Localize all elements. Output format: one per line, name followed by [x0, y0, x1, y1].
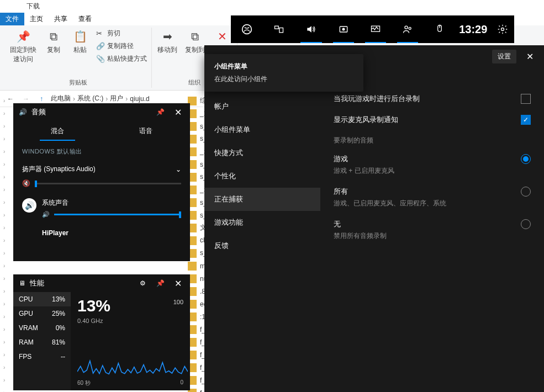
settings-content: 当我玩游戏时进行后台录制 显示麦克风录制通知 ✓ 要录制的音频 游戏游戏 + 已… — [320, 45, 544, 392]
system-sound-label: 系统声音 — [42, 198, 181, 208]
audio-record-option[interactable]: 游戏游戏 + 已启用麦克风 — [334, 154, 531, 176]
perf-ymax: 100 — [173, 299, 183, 305]
gamebar-social-button[interactable] — [392, 15, 424, 43]
tooltip-body: 在此处访问小组件 — [214, 75, 353, 84]
perf-row[interactable]: FPS-- — [13, 349, 71, 364]
opt-mic-notify-checkbox[interactable]: ✓ — [521, 115, 531, 125]
gamebar-clock: 13:29 — [456, 23, 490, 36]
ribbon-group-organize: 组织 — [188, 77, 200, 88]
opt-mic-notify-label: 显示麦克风录制通知 — [334, 115, 398, 125]
explorer-title: 下载 — [22, 0, 44, 13]
ribbon-pin-button[interactable]: 📌固定到快 速访问 — [8, 28, 39, 65]
perf-close-button[interactable]: ✕ — [171, 277, 184, 290]
opt-bg-record-label: 当我玩游戏时进行后台录制 — [334, 94, 420, 104]
ribbon-tab-view[interactable]: 查看 — [73, 13, 97, 25]
audio-close-button[interactable]: ✕ — [171, 105, 184, 119]
audio-widget-title: 音频 — [31, 107, 149, 117]
gamebar-settings-panel: 设置 ✕ 帐户小组件菜单快捷方式个性化正在捕获游戏功能反馈 当我玩游戏时进行后台… — [204, 45, 544, 392]
audio-record-option[interactable]: 无禁用所有音频录制 — [334, 219, 531, 241]
chevron-down-icon: ⌄ — [176, 166, 181, 173]
mute-icon[interactable]: 🔇 — [22, 179, 30, 187]
system-sound-icon: 🔊 — [22, 198, 36, 213]
audio-section-label: 要录制的音频 — [334, 136, 531, 145]
gamebar-capture-button[interactable] — [328, 15, 360, 43]
ribbon-tab-home[interactable]: 主页 — [24, 13, 49, 25]
svg-point-4 — [342, 28, 345, 31]
ribbon-group-clipboard: 剪贴板 — [69, 77, 87, 88]
settings-nav-item[interactable]: 快捷方式 — [204, 141, 320, 165]
widgets-tooltip: 小组件菜单 在此处访问小组件 — [204, 54, 363, 92]
ribbon-moveto-button[interactable]: ➡移动到 — [155, 28, 179, 56]
audio-device-select[interactable]: 扬声器 (Synaptics Audio) ⌄ — [22, 161, 181, 177]
perf-row[interactable]: VRAM0% — [13, 321, 71, 335]
perf-row[interactable]: CPU13% — [13, 292, 71, 306]
settings-nav-item[interactable]: 帐户 — [204, 95, 320, 118]
speaker-icon: 🔊 — [19, 108, 27, 116]
perf-freq: 0.40 GHz — [77, 317, 183, 324]
opt-bg-record-checkbox[interactable] — [521, 94, 531, 104]
settings-nav-item[interactable]: 反馈 — [204, 234, 320, 257]
explorer-tabstrip: 下载 — [0, 0, 544, 13]
ribbon-cut-button[interactable]: ✂剪切 — [95, 28, 122, 39]
settings-nav-item[interactable]: 游戏功能 — [204, 211, 320, 234]
settings-nav-item[interactable]: 正在捕获 — [204, 188, 320, 211]
perf-big-value: 13% — [77, 296, 183, 315]
audio-tab-mix[interactable]: 混合 — [13, 121, 102, 141]
system-volume-slider[interactable]: 🔊 — [42, 208, 181, 218]
perf-xend: 0 — [180, 379, 183, 387]
gamebar-settings-button[interactable] — [490, 15, 514, 43]
ribbon-pasteshortcut-button[interactable]: 📎粘贴快捷方式 — [95, 53, 148, 65]
perf-row[interactable]: RAM81% — [13, 335, 71, 349]
ribbon-copypath-button[interactable]: 🔗复制路径 — [95, 40, 135, 52]
settings-close-button[interactable]: ✕ — [523, 50, 536, 63]
svg-rect-2 — [279, 28, 283, 33]
svg-point-6 — [405, 26, 408, 29]
perf-xlabel: 60 秒 — [77, 379, 91, 387]
svg-point-10 — [501, 28, 504, 31]
svg-point-7 — [409, 27, 411, 29]
settings-nav-item[interactable]: 个性化 — [204, 165, 320, 188]
gamebar-audio-button[interactable] — [295, 15, 327, 43]
audio-widget: 🔊 音频 📌 ✕ 混合 语音 WINDOWS 默认输出 扬声器 (Synapti… — [13, 103, 190, 261]
svg-point-0 — [242, 25, 252, 34]
master-volume-slider[interactable]: 🔇 — [22, 177, 181, 195]
audio-output-section: WINDOWS 默认输出 — [22, 147, 181, 156]
tooltip-title: 小组件菜单 — [214, 62, 247, 70]
gamebar-performance-button[interactable] — [360, 15, 392, 43]
gamebar-toolbar: 13:29 — [231, 15, 514, 43]
audio-device-name: 扬声器 (Synaptics Audio) — [22, 165, 96, 174]
ribbon-copy-button[interactable]: ⧉复制 — [42, 28, 65, 65]
gamebar-widgets-button[interactable] — [263, 15, 295, 43]
settings-title-pill: 设置 — [492, 50, 516, 63]
app-hiplayer-label: HiPlayer — [42, 229, 68, 237]
settings-nav-item[interactable]: 小组件菜单 — [204, 118, 320, 141]
audio-tab-voice[interactable]: 语音 — [102, 121, 190, 141]
svg-rect-1 — [275, 26, 279, 29]
perf-options-button[interactable]: ⚙ — [136, 277, 149, 290]
ribbon-tab-share[interactable]: 共享 — [49, 13, 73, 25]
perf-metric-list: CPU13%GPU25%VRAM0%RAM81%FPS-- — [13, 292, 71, 390]
monitor-icon: 🖥 — [19, 279, 25, 287]
perf-row[interactable]: GPU25% — [13, 306, 71, 321]
ribbon-tab-file[interactable]: 文件 — [0, 13, 24, 25]
settings-nav: 帐户小组件菜单快捷方式个性化正在捕获游戏功能反馈 — [204, 45, 320, 392]
gamebar-mouse-icon — [424, 15, 456, 43]
perf-pin-button[interactable]: 📌 — [154, 277, 167, 290]
volume-icon: 🔊 — [42, 211, 50, 218]
performance-widget: 🖥 性能 ⚙ 📌 ✕ CPU13%GPU25%VRAM0%RAM81%FPS--… — [13, 274, 190, 390]
ribbon-copyto-button[interactable]: ⧉复制到 — [183, 28, 207, 56]
ribbon-paste-button[interactable]: 📋粘贴 — [68, 28, 92, 65]
gamebar-xbox-button[interactable] — [231, 15, 263, 43]
perf-widget-title: 性能 — [30, 278, 131, 288]
audio-pin-button[interactable]: 📌 — [154, 105, 167, 119]
perf-cpu-chart — [77, 338, 188, 377]
audio-record-option[interactable]: 所有游戏、已启用麦克风、应用程序、系统 — [334, 187, 531, 208]
